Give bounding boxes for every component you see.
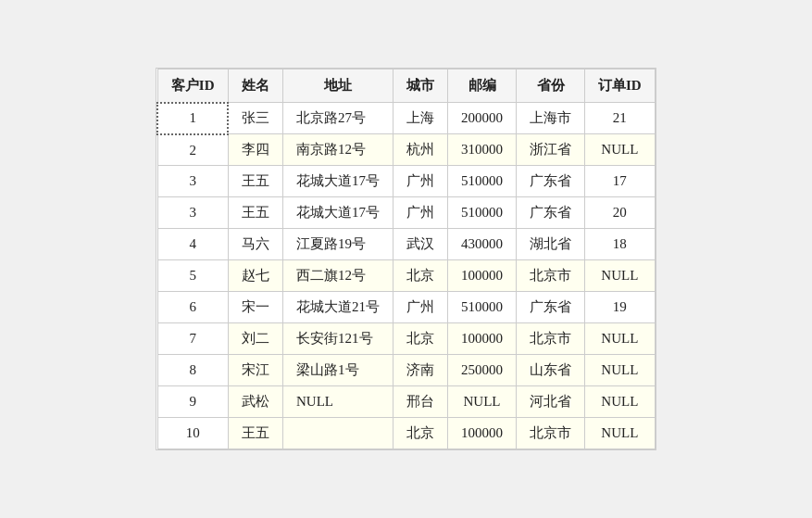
table-row: 6宋一花城大道21号广州510000广东省19 <box>157 292 655 323</box>
cell-name: 张三 <box>228 103 283 134</box>
cell-id: 3 <box>157 166 228 197</box>
cell-name: 李四 <box>228 134 283 166</box>
cell-address: 西二旗12号 <box>283 260 394 292</box>
cell-name: 王五 <box>228 166 283 197</box>
column-header: 地址 <box>283 69 394 103</box>
column-header: 城市 <box>394 69 448 103</box>
cell-zip: 510000 <box>448 166 517 197</box>
cell-province: 上海市 <box>517 103 585 134</box>
cell-id: 3 <box>157 197 228 229</box>
cell-order-id: NULL <box>585 418 656 449</box>
cell-address: 花城大道17号 <box>283 197 394 229</box>
cell-zip: 200000 <box>448 103 517 134</box>
cell-province: 北京市 <box>517 418 585 449</box>
table-row: 9武松NULL邢台NULL河北省NULL <box>157 386 655 418</box>
cell-id: 8 <box>157 355 228 386</box>
cell-city: 武汉 <box>394 229 448 260</box>
cell-id: 4 <box>157 229 228 260</box>
table-row: 3王五花城大道17号广州510000广东省17 <box>157 166 655 197</box>
column-header: 订单ID <box>585 69 656 103</box>
cell-order-id: NULL <box>585 355 656 386</box>
cell-city: 杭州 <box>394 134 448 166</box>
cell-city: 北京 <box>394 418 448 449</box>
cell-name: 王五 <box>228 197 283 229</box>
cell-province: 北京市 <box>517 323 585 355</box>
cell-address <box>283 418 394 449</box>
cell-city: 北京 <box>394 323 448 355</box>
table-container: 客户ID姓名地址城市邮编省份订单ID 1张三北京路27号上海200000上海市2… <box>156 68 656 451</box>
cell-city: 上海 <box>394 103 448 134</box>
cell-province: 山东省 <box>517 355 585 386</box>
cell-zip: 250000 <box>448 355 517 386</box>
cell-address: 长安街121号 <box>283 323 394 355</box>
cell-id: 9 <box>157 386 228 418</box>
cell-province: 广东省 <box>517 197 585 229</box>
cell-address: 南京路12号 <box>283 134 394 166</box>
cell-zip: 310000 <box>448 134 517 166</box>
cell-zip: 510000 <box>448 292 517 323</box>
table-row: 3王五花城大道17号广州510000广东省20 <box>157 197 655 229</box>
cell-order-id: 18 <box>585 229 656 260</box>
cell-order-id: 21 <box>585 103 656 134</box>
data-table: 客户ID姓名地址城市邮编省份订单ID 1张三北京路27号上海200000上海市2… <box>156 69 655 450</box>
cell-order-id: 20 <box>585 197 656 229</box>
cell-zip: 510000 <box>448 197 517 229</box>
cell-province: 广东省 <box>517 292 585 323</box>
cell-address: 花城大道21号 <box>283 292 394 323</box>
cell-order-id: 17 <box>585 166 656 197</box>
table-row: 7刘二长安街121号北京100000北京市NULL <box>157 323 655 355</box>
cell-id: 6 <box>157 292 228 323</box>
column-header: 省份 <box>517 69 585 103</box>
cell-province: 北京市 <box>517 260 585 292</box>
cell-zip: 430000 <box>448 229 517 260</box>
cell-id: 1 <box>157 103 228 134</box>
cell-address: 花城大道17号 <box>283 166 394 197</box>
cell-province: 河北省 <box>517 386 585 418</box>
cell-id: 5 <box>157 260 228 292</box>
column-header: 姓名 <box>228 69 283 103</box>
cell-city: 广州 <box>394 166 448 197</box>
cell-city: 邢台 <box>394 386 448 418</box>
cell-province: 广东省 <box>517 166 585 197</box>
cell-order-id: NULL <box>585 260 656 292</box>
header-row: 客户ID姓名地址城市邮编省份订单ID <box>157 69 655 103</box>
cell-address: 梁山路1号 <box>283 355 394 386</box>
cell-address: NULL <box>283 386 394 418</box>
cell-province: 浙江省 <box>517 134 585 166</box>
cell-name: 王五 <box>228 418 283 449</box>
cell-zip: NULL <box>448 386 517 418</box>
cell-city: 济南 <box>394 355 448 386</box>
cell-address: 江夏路19号 <box>283 229 394 260</box>
table-row: 10王五北京100000北京市NULL <box>157 418 655 449</box>
cell-order-id: 19 <box>585 292 656 323</box>
cell-order-id: NULL <box>585 386 656 418</box>
cell-address: 北京路27号 <box>283 103 394 134</box>
cell-id: 2 <box>157 134 228 166</box>
cell-order-id: NULL <box>585 323 656 355</box>
table-row: 8宋江梁山路1号济南250000山东省NULL <box>157 355 655 386</box>
cell-city: 北京 <box>394 260 448 292</box>
table-row: 2李四南京路12号杭州310000浙江省NULL <box>157 134 655 166</box>
cell-name: 赵七 <box>228 260 283 292</box>
cell-order-id: NULL <box>585 134 656 166</box>
column-header: 邮编 <box>448 69 517 103</box>
column-header: 客户ID <box>157 69 228 103</box>
cell-zip: 100000 <box>448 418 517 449</box>
cell-name: 刘二 <box>228 323 283 355</box>
cell-id: 7 <box>157 323 228 355</box>
cell-name: 武松 <box>228 386 283 418</box>
cell-city: 广州 <box>394 292 448 323</box>
cell-name: 宋江 <box>228 355 283 386</box>
cell-id: 10 <box>157 418 228 449</box>
table-row: 5赵七西二旗12号北京100000北京市NULL <box>157 260 655 292</box>
table-row: 1张三北京路27号上海200000上海市21 <box>157 103 655 134</box>
cell-name: 马六 <box>228 229 283 260</box>
table-row: 4马六江夏路19号武汉430000湖北省18 <box>157 229 655 260</box>
cell-city: 广州 <box>394 197 448 229</box>
cell-province: 湖北省 <box>517 229 585 260</box>
cell-zip: 100000 <box>448 323 517 355</box>
cell-name: 宋一 <box>228 292 283 323</box>
cell-zip: 100000 <box>448 260 517 292</box>
